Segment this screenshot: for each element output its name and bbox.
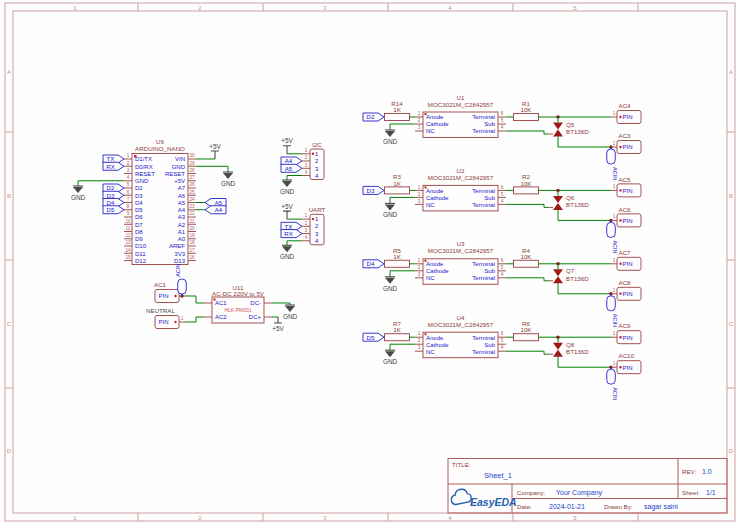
resistor-body[interactable]: [514, 187, 539, 194]
resistor-body[interactable]: [514, 114, 539, 121]
pin-name: D2: [135, 185, 143, 191]
wire[interactable]: [506, 278, 548, 281]
resistor-body[interactable]: [514, 260, 539, 267]
pin-number: 3: [305, 163, 308, 168]
wire[interactable]: [390, 271, 415, 277]
wire[interactable]: [558, 357, 611, 368]
pin-number: 4: [501, 125, 504, 130]
pin-number: 28: [189, 168, 195, 173]
net-flag-label[interactable]: D5: [107, 206, 115, 213]
wire[interactable]: [390, 344, 415, 350]
net-flag-label[interactable]: A5: [215, 199, 223, 206]
pin-name: AC2: [215, 314, 227, 320]
pin-number: 13: [125, 240, 131, 245]
net-flag-label[interactable]: D3: [367, 187, 375, 194]
net-flag-label[interactable]: RX: [106, 163, 115, 170]
wire[interactable]: [558, 210, 611, 221]
wire[interactable]: [287, 176, 302, 181]
wire[interactable]: [558, 283, 611, 294]
frame-col-label: 4: [448, 5, 452, 11]
drawn-by-value[interactable]: sagar saini: [644, 503, 678, 511]
net-flag-label[interactable]: TX: [107, 155, 115, 162]
pin-name: A2: [178, 222, 186, 228]
triac-symbol[interactable]: [553, 350, 563, 357]
resistor-body[interactable]: [514, 334, 539, 341]
header-connector[interactable]: I2C 1 2 3 4 1 2 3 4 A4 A5: [280, 137, 324, 195]
opto-triac-channel[interactable]: D3 R3 1K U2 MOC3021M_C2842957 1 2 3 Anod…: [363, 167, 641, 254]
triac-symbol[interactable]: [553, 196, 563, 203]
header-connectors[interactable]: I2C 1 2 3 4 1 2 3 4 A4 A5 UART 1: [280, 137, 326, 260]
pin-number: 6: [501, 332, 504, 337]
easyeda-cloud-icon: [451, 489, 471, 504]
wire[interactable]: [558, 137, 611, 148]
net-flag-label[interactable]: TX: [285, 223, 293, 230]
arduino-name: ARDUINO_NANO: [135, 145, 185, 152]
pin-number: 17: [189, 248, 195, 253]
date-value[interactable]: 2024-01-21: [549, 503, 585, 510]
opto-triac-channel[interactable]: D5 R7 1K U4 MOC3021M_C2842957 1 2 3 Anod…: [363, 314, 641, 401]
wire[interactable]: [506, 204, 548, 207]
component-psu-u11[interactable]: AC1 NEUTRAL U11 AC-DC 220V to 5V HLK-PM0…: [146, 264, 297, 332]
pin-name: Terminal: [472, 275, 495, 281]
pin-number: 3: [418, 272, 421, 277]
pin-number: 6: [127, 190, 130, 195]
triac-symbol[interactable]: [553, 130, 563, 137]
pin-number: 9: [127, 211, 130, 216]
triac-symbol[interactable]: [553, 276, 563, 283]
net-flag-label[interactable]: RX: [284, 230, 293, 237]
pin-number: 22: [189, 211, 195, 216]
wire[interactable]: [287, 241, 302, 246]
header-connector[interactable]: UART 1 2 3 4 1 2 3 4 TX RX: [280, 203, 326, 261]
pin-number: 4: [501, 199, 504, 204]
pin-number: 4: [305, 170, 308, 175]
pin-name: AREF: [169, 243, 185, 249]
pin-name: D3: [135, 193, 143, 199]
frame-col-label: 5: [573, 5, 577, 11]
resistor-body[interactable]: [385, 114, 410, 121]
title-label: TITLE:: [452, 461, 471, 468]
net-flag-label[interactable]: A4: [215, 206, 223, 213]
net-flag-label[interactable]: A5: [285, 165, 293, 172]
triac-symbol[interactable]: [553, 203, 563, 210]
pin-number: 7: [127, 197, 130, 202]
triac-symbol[interactable]: [553, 123, 563, 130]
net-flag-label[interactable]: D2: [107, 184, 115, 191]
component-arduino-u9[interactable]: U9 ARDUINO_NANO 1 D1/TX 2 D0/RX 3 RESET …: [71, 138, 236, 265]
wire[interactable]: [185, 317, 204, 322]
title-block[interactable]: TITLE: Sheet_1 REV: 1.0 EasyEDA Company:…: [448, 459, 727, 514]
resistor-body[interactable]: [385, 187, 410, 194]
wire[interactable]: [390, 124, 415, 130]
wire[interactable]: [196, 166, 228, 172]
company-value[interactable]: Your Company: [556, 489, 603, 497]
triac-value: BT136D: [566, 201, 589, 208]
sheet-value[interactable]: 1/1: [706, 489, 716, 496]
wire[interactable]: [390, 197, 415, 203]
net-flag-label[interactable]: A4: [285, 157, 293, 164]
wire[interactable]: [185, 296, 204, 303]
schematic-sheet[interactable]: GND +5V +5V 1 PIN 1 PIN: [0, 0, 740, 524]
opto-triac-channel[interactable]: D4 R5 1K U3 MOC3021M_C2842957 1 2 3 Anod…: [363, 240, 641, 327]
wire[interactable]: [506, 351, 548, 354]
triac-ref: Q7: [566, 267, 575, 274]
opto-name: MOC3021M_C2842957: [428, 321, 494, 328]
schematic-editor-canvas[interactable]: GND +5V +5V 1 PIN 1 PIN: [0, 0, 740, 524]
resistor-body[interactable]: [385, 334, 410, 341]
pin-name: Terminal: [472, 188, 495, 194]
rev-value[interactable]: 1.0: [702, 468, 712, 475]
pin-number: 8: [127, 204, 130, 209]
sheet-title[interactable]: Sheet_1: [484, 471, 512, 480]
net-flag-label[interactable]: D3: [107, 192, 115, 199]
net-flag-label[interactable]: D5: [367, 334, 375, 341]
opto-triac-channels[interactable]: D2 R14 1K U1 MOC3021M_C2842957 1 2 3 Ano…: [363, 94, 641, 401]
net-flag-label[interactable]: D4: [367, 260, 375, 267]
opto-triac-channel[interactable]: D2 R14 1K U1 MOC3021M_C2842957 1 2 3 Ano…: [363, 94, 641, 181]
resistor-body[interactable]: [385, 260, 410, 267]
net-flag-label[interactable]: D2: [367, 113, 375, 120]
connector-ref: AC7: [619, 249, 632, 256]
triac-symbol[interactable]: [553, 343, 563, 350]
wire[interactable]: [506, 131, 548, 134]
net-flag-label[interactable]: D4: [107, 199, 115, 206]
pin-number: 2: [418, 339, 421, 344]
triac-symbol[interactable]: [553, 269, 563, 276]
pin-name: Terminal: [472, 349, 495, 355]
